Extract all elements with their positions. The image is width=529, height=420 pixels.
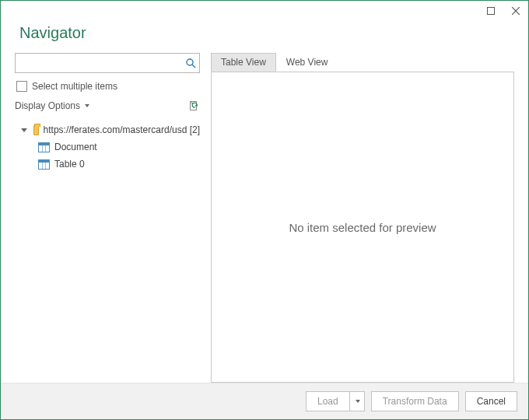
svg-point-3 <box>187 59 193 65</box>
close-icon <box>512 7 520 15</box>
select-multiple-row[interactable]: Select multiple items <box>16 81 198 92</box>
preview-pane: No item selected for preview <box>211 72 514 383</box>
cancel-button[interactable]: Cancel <box>465 391 517 411</box>
refresh-button[interactable] <box>187 100 200 112</box>
display-options-label: Display Options <box>15 100 80 111</box>
left-panel: Select multiple items Display Options <box>15 53 200 383</box>
display-options-row: Display Options <box>15 100 200 112</box>
tree-item-label: Document <box>54 142 97 152</box>
table-icon <box>38 142 50 152</box>
chevron-down-icon <box>85 104 89 107</box>
tree-root-label: https://ferates.com/mastercard/usd [2] <box>44 124 200 135</box>
nav-tree: https://ferates.com/mastercard/usd [2] D… <box>15 121 200 173</box>
tab-table-view[interactable]: Table View <box>211 53 276 72</box>
tree-root[interactable]: https://ferates.com/mastercard/usd [2] <box>15 121 200 138</box>
search-input[interactable] <box>19 56 185 70</box>
expander-icon[interactable] <box>21 128 27 132</box>
transform-data-button[interactable]: Transform Data <box>371 391 459 411</box>
tab-web-view[interactable]: Web View <box>276 53 338 72</box>
maximize-icon <box>487 7 495 15</box>
right-panel: Table View Web View No item selected for… <box>211 53 514 383</box>
chevron-down-icon <box>356 400 360 403</box>
svg-line-4 <box>192 65 195 68</box>
folder-icon <box>33 125 39 135</box>
view-tabs: Table View Web View <box>211 53 514 72</box>
load-dropdown-button[interactable] <box>349 391 365 411</box>
maximize-button[interactable] <box>483 3 499 19</box>
dialog-footer: Load Transform Data Cancel <box>1 383 528 419</box>
content-area: Navigator Select multiple items Display … <box>1 21 528 383</box>
close-button[interactable] <box>508 3 524 19</box>
search-box[interactable] <box>15 53 200 73</box>
titlebar <box>1 1 528 21</box>
table-icon <box>38 159 50 170</box>
tree-item-table0[interactable]: Table 0 <box>15 156 200 173</box>
load-split-button: Load <box>306 391 365 411</box>
refresh-icon <box>188 100 199 111</box>
tree-item-document[interactable]: Document <box>15 138 200 156</box>
tree-item-label: Table 0 <box>54 159 85 170</box>
select-multiple-label: Select multiple items <box>32 81 117 92</box>
dialog-title: Navigator <box>19 24 514 42</box>
svg-rect-0 <box>488 8 495 15</box>
navigator-dialog: Navigator Select multiple items Display … <box>0 0 529 420</box>
display-options-dropdown[interactable]: Display Options <box>15 100 89 111</box>
preview-empty-message: No item selected for preview <box>289 221 436 234</box>
select-multiple-checkbox[interactable] <box>16 81 27 92</box>
main-area: Select multiple items Display Options <box>15 53 514 383</box>
load-button[interactable]: Load <box>306 391 349 411</box>
search-icon <box>185 58 196 68</box>
